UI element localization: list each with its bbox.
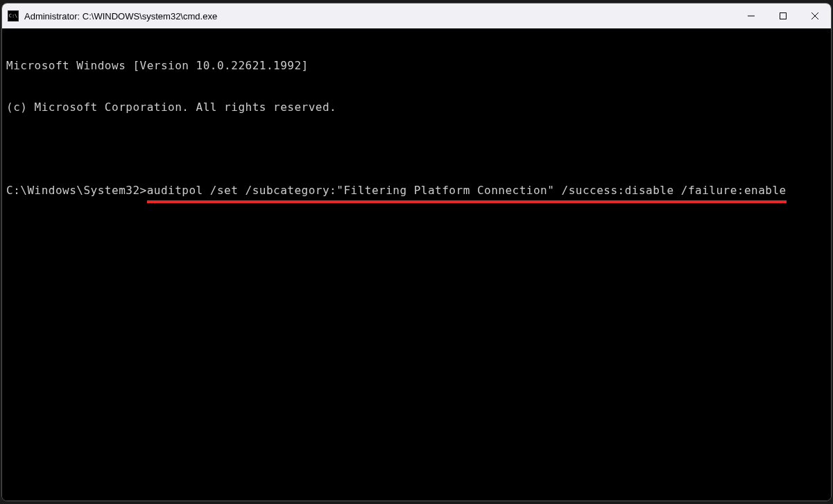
close-button[interactable] bbox=[799, 3, 831, 28]
copyright-line: (c) Microsoft Corporation. All rights re… bbox=[6, 101, 827, 114]
cmd-window: C:\ Administrator: C:\WINDOWS\system32\c… bbox=[1, 3, 832, 501]
command-text: auditpol /set /subcategory:"Filtering Pl… bbox=[147, 184, 787, 197]
cmd-icon: C:\ bbox=[8, 10, 19, 21]
svg-rect-1 bbox=[780, 13, 787, 19]
blank-line bbox=[6, 142, 827, 156]
cmd-icon-text: C:\ bbox=[9, 14, 18, 19]
window-controls bbox=[735, 3, 831, 28]
minimize-icon bbox=[748, 12, 755, 19]
close-icon bbox=[811, 12, 818, 19]
prompt: C:\Windows\System32> bbox=[6, 184, 147, 197]
red-underline-annotation bbox=[147, 200, 787, 203]
maximize-button[interactable] bbox=[767, 3, 799, 28]
command-line: C:\Windows\System32>auditpol /set /subca… bbox=[6, 184, 827, 198]
version-line: Microsoft Windows [Version 10.0.22621.19… bbox=[6, 59, 827, 73]
command-text-wrapper: auditpol /set /subcategory:"Filtering Pl… bbox=[147, 184, 787, 198]
minimize-button[interactable] bbox=[735, 3, 767, 28]
maximize-icon bbox=[780, 12, 787, 19]
terminal-output[interactable]: Microsoft Windows [Version 10.0.22621.19… bbox=[2, 28, 831, 501]
titlebar[interactable]: C:\ Administrator: C:\WINDOWS\system32\c… bbox=[2, 3, 831, 28]
window-title: Administrator: C:\WINDOWS\system32\cmd.e… bbox=[24, 11, 735, 21]
